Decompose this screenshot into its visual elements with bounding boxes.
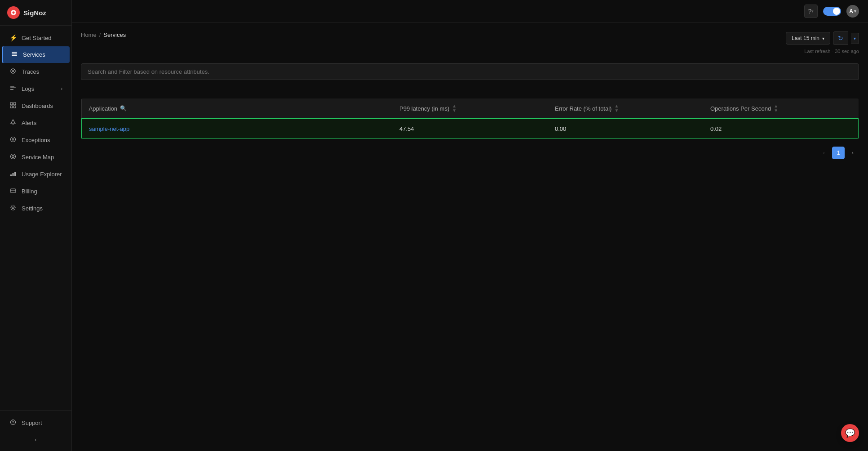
user-avatar[interactable]: A ▾ [846,5,859,18]
get-started-icon: ⚡ [9,34,17,41]
col-error-rate[interactable]: Error Rate (% of total) ▲ ▼ [548,98,703,119]
service-link[interactable]: sample-net-app [89,125,129,132]
traces-icon [9,68,17,76]
sidebar-nav: ⚡ Get Started Services Traces [0,26,71,410]
chat-icon: 💬 [845,428,855,438]
p99-sort-icon: ▲ ▼ [452,104,456,113]
last-refresh-text: Last refresh - 30 sec ago [804,48,859,54]
time-controls: Last 15 min ▾ ↻ ▾ [786,31,859,45]
settings-icon [9,205,17,212]
sidebar-item-alerts[interactable]: Alerts [2,115,70,131]
logo-text: SigNoz [23,9,46,17]
help-button[interactable]: ? ▾ [804,4,818,18]
help-icon: ? [808,8,812,15]
col-ops-per-second[interactable]: Operations Per Second ▲ ▼ [703,98,859,119]
sidebar-item-services[interactable]: Services [2,46,70,63]
breadcrumb-separator: / [99,31,101,38]
pagination-next-button[interactable]: › [846,147,859,159]
svg-rect-21 [10,189,16,192]
dashboards-icon [9,102,17,110]
svg-rect-18 [10,174,12,176]
search-input[interactable] [81,63,859,80]
pagination: ‹ 1 › [81,147,859,159]
col-error-rate-label: Error Rate (% of total) [555,105,611,112]
svg-rect-11 [10,106,13,108]
services-icon [10,51,18,58]
col-ops-label: Operations Per Second [710,105,771,112]
svg-rect-3 [12,55,17,56]
support-label: Support [22,420,42,426]
sidebar-item-billing[interactable]: Billing [2,183,70,200]
table-row[interactable]: sample-net-app 47.54 0.00 0.02 [81,119,859,139]
sidebar-item-label: Dashboards [22,103,53,109]
svg-rect-8 [10,89,13,90]
table-header-row: Application 🔍 P99 latency (in ms) ▲ ▼ [81,98,859,119]
pagination-page-1[interactable]: 1 [832,147,845,159]
avatar-dropdown-icon: ▾ [854,9,856,13]
next-icon: › [852,150,854,156]
page-content: Home / Services Last 15 min ▾ ↻ ▾ [72,22,868,451]
svg-point-25 [13,424,13,424]
services-table: Application 🔍 P99 latency (in ms) ▲ ▼ [81,98,859,139]
table-header: Application 🔍 P99 latency (in ms) ▲ ▼ [81,98,859,119]
refresh-button[interactable]: ↻ [833,31,848,45]
svg-rect-1 [12,52,17,53]
sidebar-item-get-started[interactable]: ⚡ Get Started [2,30,70,46]
chat-button[interactable]: 💬 [841,424,859,442]
sidebar-item-label: Usage Explorer [22,171,62,178]
search-container [81,63,859,89]
sidebar-collapse-button[interactable]: ‹ [0,432,71,447]
col-p99-latency[interactable]: P99 latency (in ms) ▲ ▼ [392,98,548,119]
logo[interactable]: SigNoz [0,0,71,26]
time-range-label: Last 15 min [792,35,819,41]
logo-icon [7,6,20,19]
sidebar-item-label: Alerts [22,120,36,126]
svg-rect-10 [13,103,16,105]
cell-error-rate: 0.00 [548,119,703,139]
topbar: ? ▾ A ▾ [72,0,868,22]
svg-rect-19 [13,173,14,176]
svg-rect-7 [10,88,16,89]
application-search-icon: 🔍 [120,105,127,112]
svg-point-17 [13,156,13,157]
breadcrumb-home[interactable]: Home [81,31,97,38]
sidebar-item-label: Exceptions [22,137,50,143]
alerts-icon [9,119,17,127]
svg-rect-9 [10,103,13,105]
topbar-right: ? ▾ A ▾ [804,4,859,18]
cell-ops-per-second: 0.02 [703,119,859,139]
theme-toggle[interactable] [823,7,841,16]
sidebar-item-settings[interactable]: Settings [2,200,70,217]
sidebar-item-logs[interactable]: Logs › [2,80,70,97]
billing-icon [9,188,17,195]
avatar-letter: A [849,8,853,14]
breadcrumb: Home / Services [81,31,126,38]
sidebar-item-label: Settings [22,205,43,212]
col-application[interactable]: Application 🔍 [81,98,392,119]
col-p99-label: P99 latency (in ms) [399,105,449,112]
sidebar-item-label: Services [23,51,45,58]
refresh-dropdown-button[interactable]: ▾ [851,33,859,44]
sidebar-item-exceptions[interactable]: Exceptions [2,132,70,148]
svg-point-23 [12,207,14,209]
sidebar-item-label: Billing [22,188,37,195]
support-item[interactable]: Support [2,415,70,431]
sidebar-item-usage-explorer[interactable]: Usage Explorer [2,166,70,183]
breadcrumb-current: Services [103,31,126,38]
service-map-icon [9,153,17,161]
sidebar-item-dashboards[interactable]: Dashboards [2,98,70,114]
pagination-prev-button[interactable]: ‹ [818,147,830,159]
cell-p99-latency: 47.54 [392,119,548,139]
sidebar-item-label: Get Started [22,35,51,41]
last-refresh-label: Last refresh - 30 sec ago [804,49,859,54]
sidebar-item-traces[interactable]: Traces [2,63,70,80]
time-range-button[interactable]: Last 15 min ▾ [786,32,830,45]
refresh-dropdown-icon: ▾ [854,36,856,41]
support-icon [9,419,17,427]
svg-rect-2 [12,54,17,54]
page-header: Home / Services Last 15 min ▾ ↻ ▾ [81,31,859,54]
help-dropdown-icon: ▾ [811,9,814,13]
time-range-dropdown-icon: ▾ [822,36,824,41]
ops-sort-icon: ▲ ▼ [774,104,778,113]
sidebar-item-service-map[interactable]: Service Map [2,149,70,165]
